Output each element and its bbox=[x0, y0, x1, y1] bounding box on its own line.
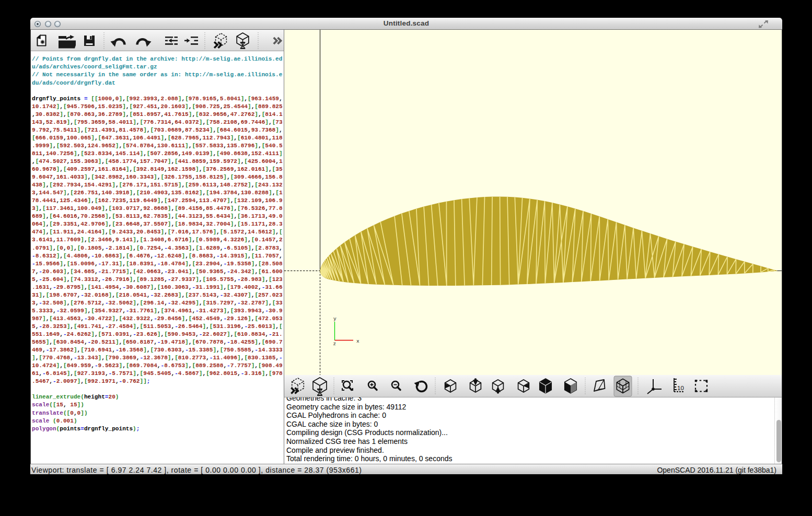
svg-text:y: y bbox=[333, 316, 337, 322]
svg-text:10: 10 bbox=[677, 385, 684, 391]
svg-text:z: z bbox=[333, 341, 337, 347]
svg-text:x: x bbox=[356, 338, 359, 344]
